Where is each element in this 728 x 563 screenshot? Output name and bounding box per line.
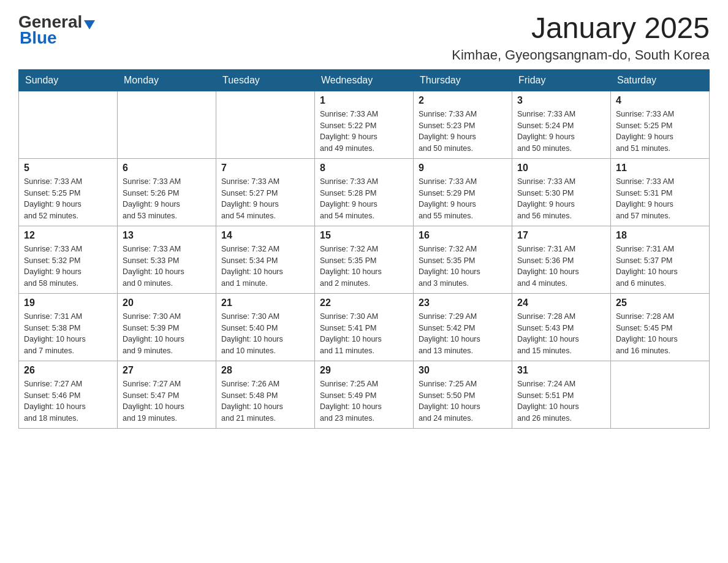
day-info: Sunrise: 7:30 AM Sunset: 5:39 PM Dayligh… xyxy=(123,311,211,357)
day-number: 31 xyxy=(517,365,605,376)
calendar-cell: 16Sunrise: 7:32 AM Sunset: 5:35 PM Dayli… xyxy=(414,226,512,293)
location-title: Kimhae, Gyeongsangnam-do, South Korea xyxy=(452,47,710,63)
column-header-wednesday: Wednesday xyxy=(315,69,414,91)
day-info: Sunrise: 7:33 AM Sunset: 5:30 PM Dayligh… xyxy=(517,176,605,222)
day-info: Sunrise: 7:33 AM Sunset: 5:31 PM Dayligh… xyxy=(616,176,704,222)
day-info: Sunrise: 7:33 AM Sunset: 5:24 PM Dayligh… xyxy=(517,109,605,155)
day-info: Sunrise: 7:30 AM Sunset: 5:41 PM Dayligh… xyxy=(320,311,408,357)
calendar-cell: 24Sunrise: 7:28 AM Sunset: 5:43 PM Dayli… xyxy=(512,293,611,361)
month-title: January 2025 xyxy=(452,12,710,45)
calendar-cell xyxy=(611,361,710,428)
day-info: Sunrise: 7:26 AM Sunset: 5:48 PM Dayligh… xyxy=(221,378,309,424)
calendar-cell: 18Sunrise: 7:31 AM Sunset: 5:37 PM Dayli… xyxy=(611,226,710,293)
logo: General Blue xyxy=(18,12,95,48)
day-info: Sunrise: 7:25 AM Sunset: 5:49 PM Dayligh… xyxy=(320,378,408,424)
calendar-cell xyxy=(216,91,315,158)
day-info: Sunrise: 7:33 AM Sunset: 5:28 PM Dayligh… xyxy=(320,176,408,222)
day-number: 12 xyxy=(24,230,112,241)
week-row-2: 5Sunrise: 7:33 AM Sunset: 5:25 PM Daylig… xyxy=(19,158,710,226)
title-section: January 2025 Kimhae, Gyeongsangnam-do, S… xyxy=(452,12,710,63)
day-number: 15 xyxy=(320,230,408,241)
calendar-cell: 5Sunrise: 7:33 AM Sunset: 5:25 PM Daylig… xyxy=(19,158,118,226)
day-info: Sunrise: 7:32 AM Sunset: 5:35 PM Dayligh… xyxy=(419,243,507,289)
calendar-cell: 6Sunrise: 7:33 AM Sunset: 5:26 PM Daylig… xyxy=(118,158,216,226)
week-row-4: 19Sunrise: 7:31 AM Sunset: 5:38 PM Dayli… xyxy=(19,293,710,361)
day-number: 25 xyxy=(616,297,704,308)
calendar-cell: 29Sunrise: 7:25 AM Sunset: 5:49 PM Dayli… xyxy=(315,361,414,428)
calendar-cell: 31Sunrise: 7:24 AM Sunset: 5:51 PM Dayli… xyxy=(512,361,611,428)
column-header-friday: Friday xyxy=(512,69,611,91)
week-row-5: 26Sunrise: 7:27 AM Sunset: 5:46 PM Dayli… xyxy=(19,361,710,428)
calendar-cell: 30Sunrise: 7:25 AM Sunset: 5:50 PM Dayli… xyxy=(414,361,512,428)
day-number: 5 xyxy=(24,163,112,174)
day-info: Sunrise: 7:27 AM Sunset: 5:47 PM Dayligh… xyxy=(123,378,211,424)
day-info: Sunrise: 7:33 AM Sunset: 5:27 PM Dayligh… xyxy=(221,176,309,222)
day-info: Sunrise: 7:24 AM Sunset: 5:51 PM Dayligh… xyxy=(517,378,605,424)
logo-blue: Blue xyxy=(18,28,57,48)
day-number: 21 xyxy=(221,297,309,308)
day-info: Sunrise: 7:31 AM Sunset: 5:38 PM Dayligh… xyxy=(24,311,112,357)
logo-triangle-icon xyxy=(84,20,95,29)
calendar-cell xyxy=(19,91,118,158)
day-number: 11 xyxy=(616,163,704,174)
calendar-cell: 28Sunrise: 7:26 AM Sunset: 5:48 PM Dayli… xyxy=(216,361,315,428)
day-info: Sunrise: 7:27 AM Sunset: 5:46 PM Dayligh… xyxy=(24,378,112,424)
day-info: Sunrise: 7:29 AM Sunset: 5:42 PM Dayligh… xyxy=(419,311,507,357)
calendar-cell: 9Sunrise: 7:33 AM Sunset: 5:29 PM Daylig… xyxy=(414,158,512,226)
calendar-cell: 20Sunrise: 7:30 AM Sunset: 5:39 PM Dayli… xyxy=(118,293,216,361)
page-header: General Blue January 2025 Kimhae, Gyeong… xyxy=(18,12,710,63)
column-header-sunday: Sunday xyxy=(19,69,118,91)
day-number: 10 xyxy=(517,163,605,174)
day-number: 29 xyxy=(320,365,408,376)
day-number: 8 xyxy=(320,163,408,174)
day-number: 9 xyxy=(419,163,507,174)
day-number: 4 xyxy=(616,95,704,106)
day-info: Sunrise: 7:32 AM Sunset: 5:35 PM Dayligh… xyxy=(320,243,408,289)
calendar-cell: 1Sunrise: 7:33 AM Sunset: 5:22 PM Daylig… xyxy=(315,91,414,158)
calendar-cell: 3Sunrise: 7:33 AM Sunset: 5:24 PM Daylig… xyxy=(512,91,611,158)
calendar-cell: 22Sunrise: 7:30 AM Sunset: 5:41 PM Dayli… xyxy=(315,293,414,361)
calendar-cell: 19Sunrise: 7:31 AM Sunset: 5:38 PM Dayli… xyxy=(19,293,118,361)
day-number: 24 xyxy=(517,297,605,308)
day-info: Sunrise: 7:33 AM Sunset: 5:25 PM Dayligh… xyxy=(616,109,704,155)
day-info: Sunrise: 7:33 AM Sunset: 5:29 PM Dayligh… xyxy=(419,176,507,222)
day-number: 17 xyxy=(517,230,605,241)
day-info: Sunrise: 7:25 AM Sunset: 5:50 PM Dayligh… xyxy=(419,378,507,424)
calendar-cell: 15Sunrise: 7:32 AM Sunset: 5:35 PM Dayli… xyxy=(315,226,414,293)
calendar-cell: 14Sunrise: 7:32 AM Sunset: 5:34 PM Dayli… xyxy=(216,226,315,293)
calendar-cell: 10Sunrise: 7:33 AM Sunset: 5:30 PM Dayli… xyxy=(512,158,611,226)
calendar-cell: 23Sunrise: 7:29 AM Sunset: 5:42 PM Dayli… xyxy=(414,293,512,361)
day-info: Sunrise: 7:33 AM Sunset: 5:25 PM Dayligh… xyxy=(24,176,112,222)
day-number: 28 xyxy=(221,365,309,376)
day-info: Sunrise: 7:32 AM Sunset: 5:34 PM Dayligh… xyxy=(221,243,309,289)
day-number: 26 xyxy=(24,365,112,376)
calendar-cell: 8Sunrise: 7:33 AM Sunset: 5:28 PM Daylig… xyxy=(315,158,414,226)
calendar-cell: 25Sunrise: 7:28 AM Sunset: 5:45 PM Dayli… xyxy=(611,293,710,361)
week-row-3: 12Sunrise: 7:33 AM Sunset: 5:32 PM Dayli… xyxy=(19,226,710,293)
day-info: Sunrise: 7:28 AM Sunset: 5:43 PM Dayligh… xyxy=(517,311,605,357)
day-number: 23 xyxy=(419,297,507,308)
calendar-cell: 27Sunrise: 7:27 AM Sunset: 5:47 PM Dayli… xyxy=(118,361,216,428)
day-info: Sunrise: 7:33 AM Sunset: 5:23 PM Dayligh… xyxy=(419,109,507,155)
day-info: Sunrise: 7:31 AM Sunset: 5:37 PM Dayligh… xyxy=(616,243,704,289)
day-info: Sunrise: 7:28 AM Sunset: 5:45 PM Dayligh… xyxy=(616,311,704,357)
calendar-cell xyxy=(118,91,216,158)
day-info: Sunrise: 7:33 AM Sunset: 5:22 PM Dayligh… xyxy=(320,109,408,155)
day-number: 19 xyxy=(24,297,112,308)
calendar-cell: 17Sunrise: 7:31 AM Sunset: 5:36 PM Dayli… xyxy=(512,226,611,293)
column-header-thursday: Thursday xyxy=(414,69,512,91)
calendar-cell: 13Sunrise: 7:33 AM Sunset: 5:33 PM Dayli… xyxy=(118,226,216,293)
day-number: 30 xyxy=(419,365,507,376)
day-number: 1 xyxy=(320,95,408,106)
day-number: 3 xyxy=(517,95,605,106)
calendar-cell: 26Sunrise: 7:27 AM Sunset: 5:46 PM Dayli… xyxy=(19,361,118,428)
day-number: 27 xyxy=(123,365,211,376)
day-number: 16 xyxy=(419,230,507,241)
week-row-1: 1Sunrise: 7:33 AM Sunset: 5:22 PM Daylig… xyxy=(19,91,710,158)
day-info: Sunrise: 7:33 AM Sunset: 5:33 PM Dayligh… xyxy=(123,243,211,289)
calendar-cell: 4Sunrise: 7:33 AM Sunset: 5:25 PM Daylig… xyxy=(611,91,710,158)
calendar-cell: 11Sunrise: 7:33 AM Sunset: 5:31 PM Dayli… xyxy=(611,158,710,226)
day-info: Sunrise: 7:33 AM Sunset: 5:32 PM Dayligh… xyxy=(24,243,112,289)
day-number: 20 xyxy=(123,297,211,308)
day-number: 6 xyxy=(123,163,211,174)
